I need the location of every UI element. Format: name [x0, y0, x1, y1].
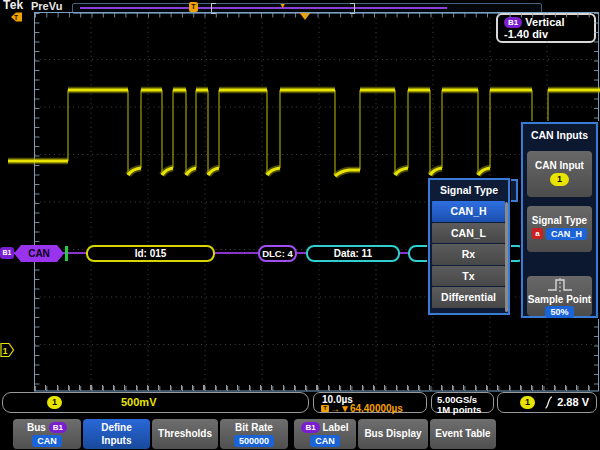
oscilloscope-screen: Tek PreVu T ▼ B1 Vertical -1.40 div	[0, 0, 600, 450]
signal-type-dropdown: Signal Type CAN_H CAN_L Rx Tx Differenti…	[428, 178, 510, 315]
panel-title: CAN Inputs	[523, 124, 596, 144]
dropdown-item-can-h[interactable]: CAN_H	[432, 201, 505, 222]
menu-event-table-button[interactable]: Event Table	[430, 419, 496, 449]
trigger-level-value: 2.88 V	[557, 396, 589, 408]
signal-type-label: Signal Type	[527, 215, 592, 226]
record-length-value: 1M points	[437, 404, 481, 415]
define-inputs-line2: Inputs	[83, 435, 150, 447]
sample-point-label: Sample Point	[527, 294, 592, 305]
svg-text:T: T	[14, 14, 18, 21]
label-b1-pill: B1	[301, 422, 319, 433]
can-input-value-badge: 1	[550, 173, 569, 186]
sample-point-button[interactable]: Sample Point 50%	[527, 276, 592, 316]
trigger-source-badge: 1	[520, 396, 535, 409]
signal-type-button[interactable]: Signal Type a CAN_H	[527, 206, 592, 252]
trigger-readout[interactable]: 1 2.88 V	[497, 392, 597, 413]
trigger-level-offscreen-icon: T	[11, 13, 22, 22]
horizontal-readout[interactable]: 10.0µs T →▼64.40000µs	[313, 392, 427, 413]
bus-name-bubble: CAN	[14, 245, 64, 262]
menu-bit-rate-button[interactable]: Bit Rate 500000	[220, 419, 288, 449]
bus-b1-marker[interactable]: B1	[0, 247, 14, 259]
channel1-scale-readout[interactable]: 1 500mV	[2, 392, 309, 413]
graticule: T 1	[0, 0, 600, 450]
event-table-label: Event Table	[430, 428, 496, 440]
dropdown-item-differential[interactable]: Differential	[432, 287, 505, 308]
bus-b1-pill: B1	[49, 422, 67, 433]
bus-value-pill: CAN	[32, 435, 62, 447]
svg-text:1: 1	[3, 346, 8, 356]
dropdown-scrollbar[interactable]	[505, 202, 508, 312]
channel1-badge: 1	[47, 396, 62, 409]
thresholds-label: Thresholds	[152, 428, 218, 440]
bit-rate-value-pill: 500000	[234, 435, 274, 447]
bus-button-label: Bus	[27, 422, 46, 433]
dropdown-item-can-l[interactable]: CAN_L	[432, 223, 505, 244]
decode-data-field: Data: 11	[306, 245, 400, 262]
bit-rate-label: Bit Rate	[220, 422, 288, 434]
channel1-waveform	[8, 90, 600, 176]
label-value-pill: CAN	[310, 435, 340, 447]
trigger-t-icon: T	[321, 405, 329, 412]
can-input-button[interactable]: CAN Input 1	[527, 151, 592, 197]
dropdown-item-tx[interactable]: Tx	[432, 266, 505, 287]
channel1-scale-value: 500mV	[121, 396, 156, 408]
menu-label-button[interactable]: B1 Label CAN	[294, 419, 356, 449]
channel1-reference-marker[interactable]: 1	[1, 344, 14, 357]
horizontal-position-value: →▼64.40000µs	[330, 403, 403, 414]
sample-point-icon	[546, 277, 574, 292]
dropdown-title: Signal Type	[430, 180, 508, 201]
bus-display-label: Bus Display	[358, 428, 428, 440]
can-inputs-panel: CAN Inputs CAN Input 1 Signal Type a CAN…	[521, 122, 598, 318]
dropdown-item-rx[interactable]: Rx	[432, 244, 505, 265]
sample-point-value-badge: 50%	[545, 306, 573, 318]
grid-dots	[35, 13, 599, 391]
rising-edge-icon	[544, 396, 553, 409]
define-inputs-line1: Define	[83, 422, 150, 434]
menu-thresholds-button[interactable]: Thresholds	[152, 419, 218, 449]
start-of-frame-tick	[65, 246, 68, 261]
menu-bus-display-button[interactable]: Bus Display	[358, 419, 428, 449]
can-input-label: CAN Input	[527, 160, 592, 171]
decode-id-field: Id: 015	[86, 245, 215, 262]
multipurpose-knob-a-icon: a	[532, 228, 543, 239]
menu-bus-button[interactable]: Bus B1 CAN	[13, 419, 81, 449]
bottom-tick-strip	[34, 385, 599, 390]
acquisition-readout: 5.00GS/s 1M points	[431, 392, 494, 413]
menu-define-inputs-button[interactable]: Define Inputs	[83, 419, 150, 449]
signal-type-value-badge: CAN_H	[546, 228, 587, 240]
decode-dlc-field: DLC: 4	[258, 245, 297, 262]
label-button-label: Label	[322, 422, 348, 433]
